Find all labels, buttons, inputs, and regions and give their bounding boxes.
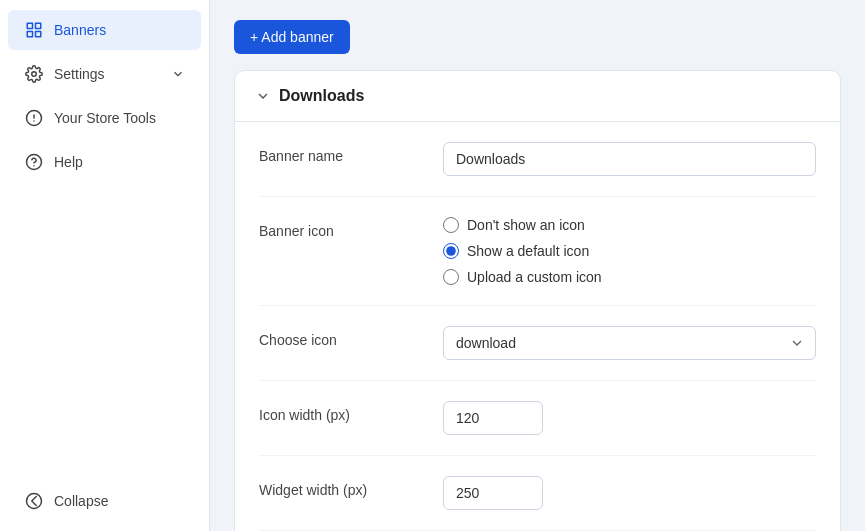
icon-width-row: Icon width (px) [259, 381, 816, 456]
toolbar: + Add banner [234, 20, 841, 54]
radio-upload-custom-input[interactable] [443, 269, 459, 285]
banner-name-input[interactable] [443, 142, 816, 176]
sidebar-item-settings-label: Settings [54, 66, 105, 82]
icon-width-control [443, 401, 816, 435]
sidebar-item-collapse[interactable]: Collapse [8, 481, 201, 521]
radio-dont-show[interactable]: Don't show an icon [443, 217, 816, 233]
choose-icon-label: Choose icon [259, 326, 419, 348]
svg-rect-1 [36, 23, 41, 28]
banner-icon-row: Banner icon Don't show an icon Show a de… [259, 197, 816, 306]
store-tools-icon [24, 108, 44, 128]
choose-icon-row: Choose icon download cloud file [259, 306, 816, 381]
radio-show-default[interactable]: Show a default icon [443, 243, 816, 259]
sidebar-item-settings[interactable]: Settings [8, 54, 201, 94]
choose-icon-control: download cloud file [443, 326, 816, 360]
widget-width-control [443, 476, 816, 510]
banner-name-label: Banner name [259, 142, 419, 164]
svg-rect-0 [27, 23, 32, 28]
radio-show-default-input[interactable] [443, 243, 459, 259]
sidebar-item-store-tools[interactable]: Your Store Tools [8, 98, 201, 138]
sidebar-item-help[interactable]: Help [8, 142, 201, 182]
sidebar-item-help-label: Help [54, 154, 83, 170]
downloads-card: Downloads Banner name Banner icon Don't [234, 70, 841, 531]
svg-point-4 [32, 72, 37, 77]
radio-group: Don't show an icon Show a default icon U… [443, 217, 816, 285]
widget-width-row: Widget width (px) [259, 456, 816, 531]
widget-width-input[interactable] [443, 476, 543, 510]
radio-dont-show-label: Don't show an icon [467, 217, 585, 233]
card-title: Downloads [279, 87, 364, 105]
choose-icon-select[interactable]: download cloud file [443, 326, 816, 360]
form-body: Banner name Banner icon Don't show an ic… [235, 122, 840, 531]
svg-rect-3 [27, 32, 32, 37]
sidebar-item-store-tools-label: Your Store Tools [54, 110, 156, 126]
sidebar-item-banners-label: Banners [54, 22, 106, 38]
svg-rect-2 [36, 32, 41, 37]
banner-icon-control: Don't show an icon Show a default icon U… [443, 217, 816, 285]
sidebar: Banners Settings Your Store Tools [0, 0, 210, 531]
help-icon [24, 152, 44, 172]
card-collapse-icon [255, 88, 271, 104]
radio-upload-custom[interactable]: Upload a custom icon [443, 269, 816, 285]
banner-name-control [443, 142, 816, 176]
svg-point-10 [27, 494, 42, 509]
radio-show-default-label: Show a default icon [467, 243, 589, 259]
settings-icon [24, 64, 44, 84]
radio-upload-custom-label: Upload a custom icon [467, 269, 602, 285]
radio-dont-show-input[interactable] [443, 217, 459, 233]
widget-width-label: Widget width (px) [259, 476, 419, 498]
collapse-icon [24, 491, 44, 511]
main-content: + Add banner Downloads Banner name Banne… [210, 0, 865, 531]
card-header[interactable]: Downloads [235, 71, 840, 122]
icon-width-label: Icon width (px) [259, 401, 419, 423]
sidebar-item-banners[interactable]: Banners [8, 10, 201, 50]
chevron-down-icon [171, 67, 185, 81]
banner-name-row: Banner name [259, 122, 816, 197]
icon-width-input[interactable] [443, 401, 543, 435]
add-banner-button[interactable]: + Add banner [234, 20, 350, 54]
sidebar-item-collapse-label: Collapse [54, 493, 108, 509]
banner-icon-label: Banner icon [259, 217, 419, 239]
banners-icon [24, 20, 44, 40]
